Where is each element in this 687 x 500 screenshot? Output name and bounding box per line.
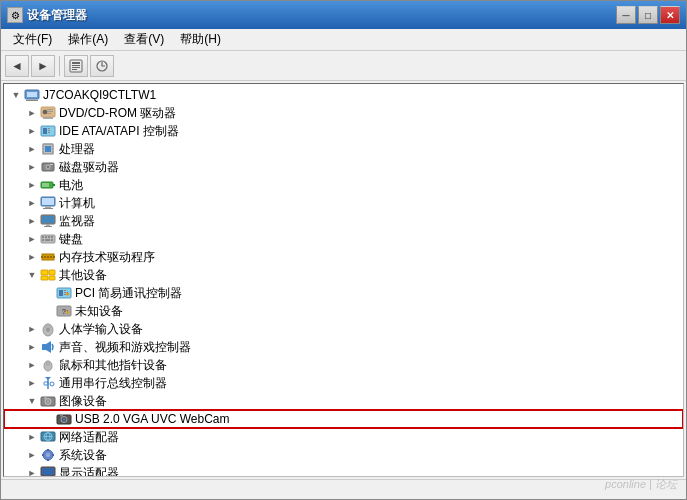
- other-icon: [40, 267, 56, 283]
- svg-marker-81: [46, 341, 51, 353]
- system-label: 系统设备: [59, 447, 107, 464]
- svg-rect-35: [50, 164, 53, 165]
- mouse-label: 鼠标和其他指针设备: [59, 357, 167, 374]
- imaging-icon: [40, 393, 56, 409]
- tree-item-cpu[interactable]: ► 处理器: [4, 140, 683, 158]
- usb-label: 通用串行总线控制器: [59, 375, 167, 392]
- memory-expand-icon: ►: [24, 249, 40, 265]
- imaging-expand-icon: ▼: [24, 393, 40, 409]
- tree-item-hid[interactable]: ► 人体学输入设备: [4, 320, 683, 338]
- keyboard-label: 键盘: [59, 231, 83, 248]
- svg-rect-106: [47, 459, 49, 461]
- svg-rect-49: [45, 236, 47, 238]
- tree-item-sound[interactable]: ► 声音、视频和游戏控制器: [4, 338, 683, 356]
- svg-rect-52: [42, 239, 44, 241]
- tree-item-disk[interactable]: ► 磁盘驱动器: [4, 158, 683, 176]
- minimize-button[interactable]: ─: [616, 6, 636, 24]
- tree-item-dvd[interactable]: ► DVD/CD-ROM 驱动器: [4, 104, 683, 122]
- svg-rect-9: [27, 92, 37, 97]
- svg-rect-107: [42, 454, 44, 456]
- svg-rect-13: [47, 111, 53, 112]
- tree-item-display[interactable]: ► 显示适配器: [4, 464, 683, 477]
- svg-rect-92: [44, 397, 47, 399]
- svg-rect-44: [42, 216, 54, 223]
- tree-item-ide[interactable]: ► IDE ATA/ATAPI 控制器: [4, 122, 683, 140]
- monitor-icon: [40, 213, 56, 229]
- unknown-label: 未知设备: [75, 303, 123, 320]
- svg-rect-69: [64, 294, 66, 295]
- system-icon: [40, 447, 56, 463]
- svg-rect-66: [59, 290, 63, 296]
- svg-rect-51: [51, 236, 53, 238]
- properties-button[interactable]: [64, 55, 88, 77]
- tree-item-webcam[interactable]: USB 2.0 VGA UVC WebCam: [4, 410, 683, 428]
- svg-marker-86: [45, 377, 51, 380]
- network-expand-icon: ►: [24, 429, 40, 445]
- tree-item-network[interactable]: ► 网络适配器: [4, 428, 683, 446]
- window-title: 设备管理器: [27, 7, 612, 24]
- tree-item-computer[interactable]: ► 计算机: [4, 194, 683, 212]
- device-tree-container[interactable]: ▼ J7COAKQI9CTLTW1 ►: [3, 83, 684, 477]
- svg-point-88: [50, 382, 54, 386]
- dvd-label: DVD/CD-ROM 驱动器: [59, 105, 176, 122]
- svg-rect-64: [49, 276, 55, 280]
- svg-rect-59: [50, 256, 52, 258]
- tree-item-unknown[interactable]: ? ! 未知设备: [4, 302, 683, 320]
- tree-item-mouse[interactable]: ► 鼠标和其他指针设备: [4, 356, 683, 374]
- svg-rect-37: [53, 184, 55, 186]
- back-button[interactable]: ◄: [5, 55, 29, 77]
- network-label: 网络适配器: [59, 429, 119, 446]
- pci-expand-icon: [40, 285, 56, 301]
- menu-bar: 文件(F) 操作(A) 查看(V) 帮助(H): [1, 29, 686, 51]
- device-manager-window: ⚙ 设备管理器 ─ □ ✕ 文件(F) 操作(A) 查看(V) 帮助(H) ◄ …: [0, 0, 687, 500]
- tree-item-memory[interactable]: ► 内存技术驱动程序: [4, 248, 683, 266]
- menu-help[interactable]: 帮助(H): [172, 29, 229, 50]
- keyboard-icon: [40, 231, 56, 247]
- maximize-button[interactable]: □: [638, 6, 658, 24]
- svg-rect-110: [42, 468, 54, 475]
- tree-item-usb[interactable]: ► 通用串行总线控制器: [4, 374, 683, 392]
- status-bar: [1, 479, 686, 499]
- svg-rect-2: [72, 65, 80, 66]
- tree-item-monitor[interactable]: ► 监视器: [4, 212, 683, 230]
- close-button[interactable]: ✕: [660, 6, 680, 24]
- other-label: 其他设备: [59, 267, 107, 284]
- computer-icon: [40, 195, 56, 211]
- tree-root[interactable]: ▼ J7COAKQI9CTLTW1: [4, 86, 683, 104]
- tree-item-pci[interactable]: ! PCI 简易通讯控制器: [4, 284, 683, 302]
- tree-item-keyboard[interactable]: ► 键盘: [4, 230, 683, 248]
- cpu-icon: [40, 141, 56, 157]
- tree-item-imaging[interactable]: ▼ 图像设备: [4, 392, 683, 410]
- svg-rect-1: [72, 62, 80, 64]
- svg-point-96: [63, 419, 65, 421]
- svg-rect-14: [47, 113, 51, 114]
- title-bar: ⚙ 设备管理器 ─ □ ✕: [1, 1, 686, 29]
- menu-file[interactable]: 文件(F): [5, 29, 60, 50]
- pci-label: PCI 简易通讯控制器: [75, 285, 182, 302]
- cpu-expand-icon: ►: [24, 141, 40, 157]
- display-expand-icon: ►: [24, 465, 40, 477]
- tree-item-battery[interactable]: ► 电池: [4, 176, 683, 194]
- mouse-icon: [40, 357, 56, 373]
- update-button[interactable]: [90, 55, 114, 77]
- mouse-expand-icon: ►: [24, 357, 40, 373]
- svg-rect-19: [48, 130, 50, 131]
- imaging-label: 图像设备: [59, 393, 107, 410]
- svg-rect-22: [45, 146, 51, 152]
- monitor-expand-icon: ►: [24, 213, 40, 229]
- window-icon: ⚙: [7, 7, 23, 23]
- menu-view[interactable]: 查看(V): [116, 29, 172, 50]
- svg-rect-105: [47, 449, 49, 451]
- tree-item-other[interactable]: ▼ 其他设备: [4, 266, 683, 284]
- disk-expand-icon: ►: [24, 159, 40, 175]
- menu-action[interactable]: 操作(A): [60, 29, 116, 50]
- update-icon: [95, 59, 109, 73]
- battery-expand-icon: ►: [24, 177, 40, 193]
- forward-button[interactable]: ►: [31, 55, 55, 77]
- device-tree: ▼ J7COAKQI9CTLTW1 ►: [4, 84, 683, 477]
- svg-rect-108: [52, 454, 54, 456]
- svg-rect-38: [42, 183, 49, 187]
- usb-icon: [40, 375, 56, 391]
- tree-item-system[interactable]: ► 系统设备: [4, 446, 683, 464]
- sound-icon: [40, 339, 56, 355]
